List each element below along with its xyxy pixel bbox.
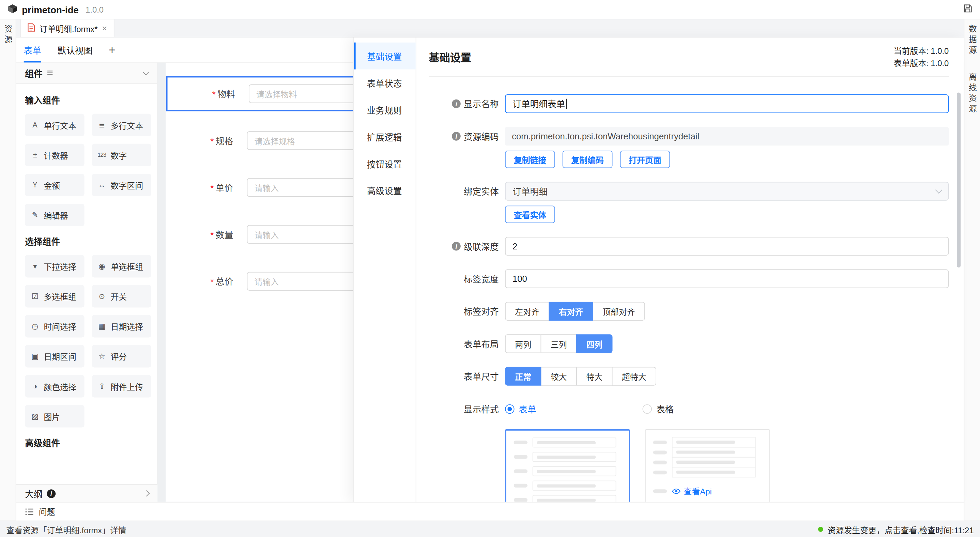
radio-icon — [643, 404, 652, 414]
component-item-date-range[interactable]: ▣日期区间 — [25, 345, 84, 367]
form-layout-segmented: 两列 三列 四列 — [505, 334, 612, 353]
component-item-label: 数字区间 — [111, 179, 143, 191]
datasource-rail-item[interactable]: 数据源 — [966, 25, 978, 57]
skeleton-bar — [653, 489, 667, 493]
cascade-depth-input[interactable]: 2 — [505, 237, 949, 256]
settings-scrollbar[interactable] — [957, 38, 962, 502]
skeleton-cell — [672, 457, 756, 467]
skeleton-cell — [672, 437, 756, 447]
scrollbar-thumb[interactable] — [957, 92, 961, 267]
problems-bar[interactable]: 问题 — [16, 502, 964, 521]
collapse-chevron-icon[interactable] — [143, 69, 149, 75]
component-item-checkbox-group[interactable]: ☑多选框组 — [25, 285, 84, 307]
component-item-label: 图片 — [44, 410, 60, 422]
nav-form-state[interactable]: 表单状态 — [354, 70, 416, 97]
app-window: primeton-ide 1.0.0 资源 数据源 离线资源 订单明细.form… — [0, 0, 980, 537]
components-panel-header[interactable]: 组件 — [16, 62, 157, 84]
label-align-left[interactable]: 左对齐 — [505, 302, 549, 321]
label-align-segmented: 左对齐 右对齐 顶部对齐 — [505, 302, 645, 321]
component-item-counter[interactable]: ±计数器 — [25, 144, 84, 166]
component-item-date-picker[interactable]: ▦日期选择 — [92, 315, 151, 337]
nav-advanced-settings[interactable]: 高级设置 — [354, 177, 416, 204]
close-tab-icon[interactable]: × — [102, 24, 107, 33]
info-icon — [47, 489, 56, 498]
component-item-color-picker[interactable]: ◑颜色选择 — [25, 375, 84, 398]
layout-four-columns[interactable]: 四列 — [576, 334, 612, 353]
view-entity-button[interactable]: 查看实体 — [505, 205, 555, 223]
cascade-depth-label: 级联深度 — [429, 237, 498, 256]
skeleton-cell — [533, 495, 616, 502]
switch-icon: ⊙ — [97, 292, 107, 301]
open-page-button[interactable]: 打开页面 — [620, 151, 670, 168]
bound-entity-select[interactable]: 订单明细 — [505, 182, 949, 201]
status-right-text: 资源发生变更，点击查看,检查时间:11:21 — [828, 523, 974, 535]
copy-code-button[interactable]: 复制编码 — [563, 151, 612, 168]
nav-business-rules[interactable]: 业务规则 — [354, 96, 416, 123]
component-item-attachment-upload[interactable]: ⇧附件上传 — [92, 375, 151, 398]
component-item-label: 颜色选择 — [44, 380, 76, 392]
component-item-multiline-text[interactable]: ≣多行文本 — [92, 114, 151, 136]
component-item-single-line-text[interactable]: A单行文本 — [25, 114, 84, 136]
form-size-label: 表单尺寸 — [429, 367, 498, 386]
left-activity-rail: 资源 — [0, 19, 16, 521]
component-item-radio-group[interactable]: ◉单选框组 — [92, 255, 151, 277]
size-normal[interactable]: 正常 — [505, 367, 541, 386]
offline-resources-rail-item[interactable]: 离线资源 — [966, 73, 978, 115]
nav-extension-logic[interactable]: 扩展逻辑 — [354, 123, 416, 150]
version-info: 当前版本: 1.0.0 表单版本: 1.0.0 — [894, 45, 949, 70]
size-xlarge[interactable]: 特大 — [576, 367, 612, 386]
label-align-right[interactable]: 右对齐 — [549, 302, 593, 321]
settings-panel: 基础设置 表单状态 业务规则 扩展逻辑 按钮设置 高级设置 基础设置 当前版本:… — [353, 38, 964, 502]
resources-rail-item[interactable]: 资源 — [2, 25, 14, 46]
form-style-preview[interactable] — [505, 429, 630, 502]
component-item-number-range[interactable]: ↔数字区间 — [92, 174, 151, 196]
tab-default-view[interactable]: 默认视图 — [57, 37, 93, 62]
layout-three-columns[interactable]: 三列 — [541, 334, 577, 353]
layout-two-columns[interactable]: 两列 — [505, 334, 541, 353]
number-range-icon: ↔ — [97, 181, 107, 189]
component-item-time-picker[interactable]: ◷时间选择 — [25, 315, 84, 337]
label-width-input[interactable]: 100 — [505, 270, 949, 288]
status-right[interactable]: 资源发生变更，点击查看,检查时间:11:21 — [818, 523, 974, 535]
component-item-number[interactable]: 123数字 — [92, 144, 151, 166]
tab-form[interactable]: 表单 — [24, 37, 41, 62]
component-item-label: 单行文本 — [44, 119, 76, 131]
component-item-label: 日期选择 — [111, 320, 143, 332]
save-icon[interactable] — [963, 4, 972, 15]
component-item-label: 日期区间 — [44, 350, 76, 362]
component-item-dropdown-select[interactable]: ▾下拉选择 — [25, 255, 84, 277]
component-item-label: 开关 — [111, 290, 127, 302]
component-item-editor[interactable]: ✎编辑器 — [25, 204, 84, 226]
title-bar: primeton-ide 1.0.0 — [0, 0, 980, 19]
status-left-text[interactable]: 查看资源「订单明细.formx」详情 — [6, 523, 126, 535]
section-title-input: 输入组件 — [25, 94, 148, 106]
component-item-rating[interactable]: ☆评分 — [92, 345, 151, 367]
outline-bar[interactable]: 大纲 — [16, 484, 158, 502]
table-style-preview[interactable]: 查看Api — [645, 429, 770, 502]
component-item-image[interactable]: ▨图片 — [25, 405, 84, 427]
display-name-input[interactable]: 订单明细表单 — [505, 94, 949, 113]
problems-label: 问题 — [39, 506, 55, 518]
add-view-button[interactable]: + — [109, 44, 115, 55]
single-line-text-icon: A — [30, 121, 40, 129]
skeleton-cell — [672, 467, 756, 477]
file-tab[interactable]: 订单明细.formx* × — [20, 19, 115, 37]
label-align-top[interactable]: 顶部对齐 — [593, 302, 645, 321]
chevron-down-icon — [935, 186, 942, 194]
display-style-form-radio[interactable]: 表单 — [505, 402, 536, 415]
copy-link-button[interactable]: 复制链接 — [505, 151, 555, 168]
expand-chevron-icon[interactable] — [143, 490, 150, 496]
component-item-amount[interactable]: ¥金额 — [25, 174, 84, 196]
size-xxlarge[interactable]: 超特大 — [612, 367, 656, 386]
file-tab-label: 订单明细.formx* — [40, 22, 98, 34]
size-large[interactable]: 较大 — [541, 367, 577, 386]
nav-button-settings[interactable]: 按钮设置 — [354, 150, 416, 177]
view-api-link[interactable]: 查看Api — [672, 485, 712, 497]
color-picker-icon: ◑ — [30, 382, 40, 391]
attachment-upload-icon: ⇧ — [97, 382, 107, 391]
component-item-switch[interactable]: ⊙开关 — [92, 285, 151, 307]
display-style-table-radio[interactable]: 表格 — [643, 402, 674, 415]
formx-file-icon — [28, 23, 35, 33]
field-label: *单价 — [165, 181, 240, 194]
nav-basic-settings[interactable]: 基础设置 — [354, 43, 416, 70]
